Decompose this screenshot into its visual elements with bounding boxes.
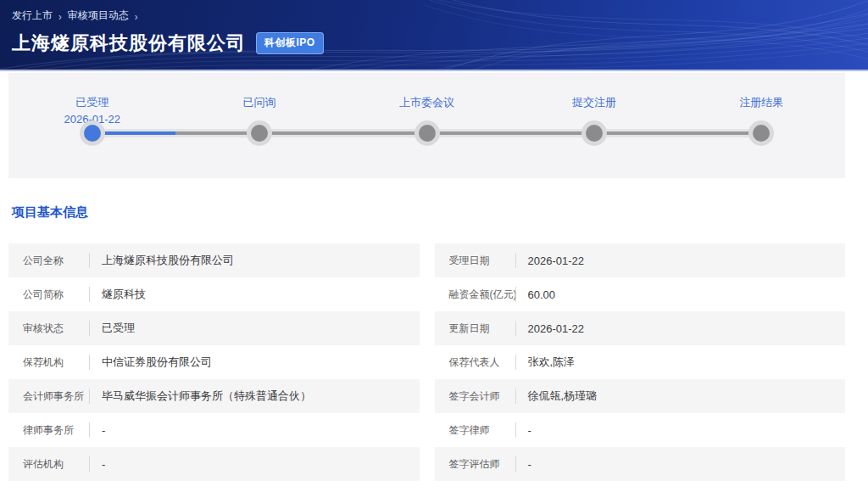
step-registration-submitted: 提交注册 [510,73,677,178]
label-value-divider [515,355,516,370]
row-value: 上海燧原科技股份有限公司 [102,253,234,268]
row-value: 徐侃瓴,杨瑾璐 [528,389,598,404]
row-label: 受理日期 [449,254,515,268]
step-inquired: 已问询 [175,73,342,178]
section-title-basic-info: 项目基本信息 [12,204,868,221]
page-title-company-name: 上海燧原科技股份有限公司 [12,31,246,56]
step-dot [247,120,272,146]
row-value: 60.00 [528,288,556,301]
row-value: 已受理 [102,321,135,336]
project-basic-info-table: 公司全称 上海燧原科技股份有限公司 公司简称 燧原科技 审核状态 已受理 保荐机… [8,243,845,481]
table-row-update-date: 更新日期 2026-01-22 [435,311,846,345]
row-value: 中信证券股份有限公司 [102,355,212,370]
row-value: - [528,458,531,471]
row-label: 更新日期 [449,321,515,336]
row-label: 律师事务所 [23,423,89,438]
label-value-divider [515,321,516,336]
info-table-right: 受理日期 2026-01-22 融资金额(亿元) 60.00 更新日期 2026… [435,243,846,481]
label-value-divider [89,456,90,472]
row-label: 签字律师 [449,423,515,438]
label-value-divider [89,422,90,438]
row-label: 评估机构 [23,457,89,472]
breadcrumb-item-issue-listing[interactable]: 发行上市 [12,8,53,23]
breadcrumb: 发行上市 › 审核项目动态 › [12,8,868,23]
step-label: 已受理 [8,95,175,110]
row-value: 2026-01-22 [528,322,585,335]
step-label: 注册结果 [678,95,845,110]
table-row-sponsor-representatives: 保荐代表人 张欢,陈泽 [435,345,846,379]
row-value: 张欢,陈泽 [528,355,576,370]
table-row-law-firm: 律师事务所 - [8,413,420,447]
row-label: 保荐机构 [23,355,89,370]
ipo-board-badge: 科创板IPO [256,32,324,54]
step-listing-committee: 上市委会议 [343,73,510,178]
step-label: 上市委会议 [343,95,510,110]
page-header-banner: 发行上市 › 审核项目动态 › 上海燧原科技股份有限公司 科创板IPO [0,0,868,71]
row-value: 燧原科技 [102,287,146,302]
breadcrumb-item-review-project-updates[interactable]: 审核项目动态 [68,8,129,23]
step-registration-result: 注册结果 [678,73,845,178]
table-row-company-full-name: 公司全称 上海燧原科技股份有限公司 [8,243,420,277]
label-value-divider [515,389,516,404]
row-label: 公司简称 [23,288,89,302]
step-dot [581,120,607,146]
row-label: 签字评估师 [449,457,515,472]
row-label: 公司全称 [23,254,89,268]
step-label: 已问询 [175,95,342,110]
breadcrumb-separator-icon: › [135,10,138,22]
label-value-divider [515,456,516,472]
row-value: 2026-01-22 [528,254,585,267]
step-dot [415,120,440,146]
step-accepted: 已受理 2026-01-22 [8,73,175,178]
row-value: - [102,424,105,437]
table-row-accounting-firm: 会计师事务所 毕马威华振会计师事务所（特殊普通合伙） [8,379,420,413]
row-label: 签字会计师 [449,389,515,404]
label-value-divider [89,355,90,370]
review-progress-stepper: 已受理 2026-01-22 已问询 上市委会议 提交注册 注册结果 [8,73,845,178]
label-value-divider [89,253,90,268]
step-dot [748,120,774,146]
label-value-divider [89,321,90,336]
table-row-financing-amount: 融资金额(亿元) 60.00 [435,277,846,311]
label-value-divider [515,422,516,438]
row-value: 毕马威华振会计师事务所（特殊普通合伙） [102,389,311,404]
label-value-divider [89,389,90,404]
table-row-signing-appraiser: 签字评估师 - [435,447,846,481]
table-row-signing-lawyer: 签字律师 - [435,413,846,447]
table-row-review-status: 审核状态 已受理 [8,311,420,345]
row-label: 融资金额(亿元) [449,288,515,302]
table-row-appraisal-institution: 评估机构 - [8,447,420,481]
breadcrumb-separator-icon: › [58,10,62,22]
table-row-company-short-name: 公司简称 燧原科技 [8,277,420,311]
label-value-divider [515,287,516,302]
step-label: 提交注册 [510,95,677,110]
label-value-divider [89,287,90,302]
table-row-signing-accountants: 签字会计师 徐侃瓴,杨瑾璐 [435,379,846,413]
row-label: 保荐代表人 [449,355,515,370]
row-label: 审核状态 [23,321,89,336]
step-dot-active [80,120,105,146]
table-row-acceptance-date: 受理日期 2026-01-22 [435,243,846,277]
row-value: - [528,424,531,437]
info-table-left: 公司全称 上海燧原科技股份有限公司 公司简称 燧原科技 审核状态 已受理 保荐机… [8,243,420,481]
label-value-divider [515,253,516,268]
row-label: 会计师事务所 [23,389,89,404]
row-value: - [102,458,105,471]
table-row-sponsor-institution: 保荐机构 中信证券股份有限公司 [8,345,420,379]
